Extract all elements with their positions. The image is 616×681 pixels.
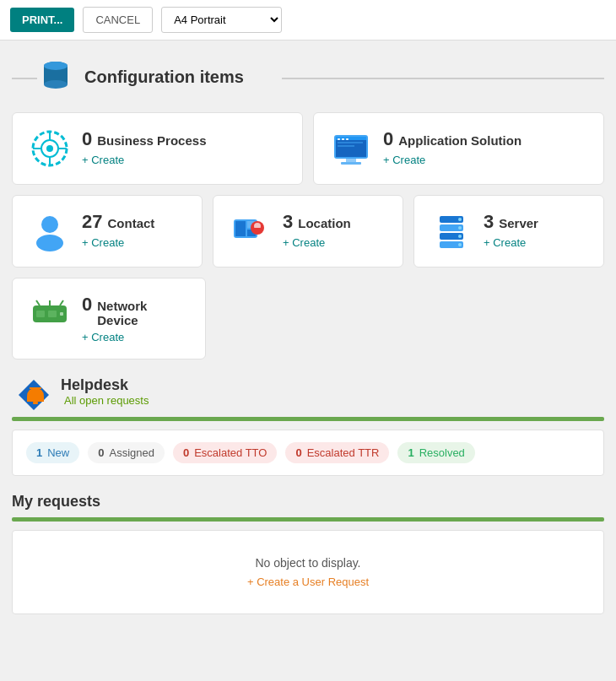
svg-rect-14 xyxy=(338,138,340,140)
my-requests-title: My requests xyxy=(12,493,604,511)
pill-escalated-ttr[interactable]: 0 Escalated TTR xyxy=(285,442,389,463)
resolved-count: 1 xyxy=(408,446,413,459)
assigned-label: Assigned xyxy=(109,446,154,459)
escalated-tto-label: Escalated TTO xyxy=(194,446,267,459)
pill-new[interactable]: 1 New xyxy=(26,442,79,463)
svg-rect-24 xyxy=(235,221,246,236)
svg-rect-17 xyxy=(338,142,363,143)
format-select[interactable]: A4 Portrait A4 Landscape Letter Portrait… xyxy=(161,7,282,33)
svg-point-35 xyxy=(458,226,462,230)
helpdesk-section: i Helpdesk All open requests 1 New xyxy=(12,376,604,476)
card-network-device-info: 0 Network Device + Create xyxy=(82,294,188,343)
escalated-tto-count: 0 xyxy=(183,446,189,459)
no-object-text: No object to display. xyxy=(38,556,578,570)
pill-escalated-tto[interactable]: 0 Escalated TTO xyxy=(173,442,277,463)
svg-rect-18 xyxy=(338,145,354,147)
svg-rect-19 xyxy=(346,159,356,162)
svg-rect-20 xyxy=(341,162,361,165)
server-label: Server xyxy=(499,216,538,230)
my-requests-section: My requests No object to display. + Crea… xyxy=(12,493,604,614)
card-location: 3 Location + Create xyxy=(213,195,403,268)
resolved-label: Resolved xyxy=(419,446,465,459)
svg-rect-13 xyxy=(336,137,366,140)
svg-rect-43 xyxy=(48,311,57,317)
helpdesk-green-bar xyxy=(12,417,604,421)
application-solution-icon xyxy=(331,128,371,169)
config-items-header: Configuration items xyxy=(12,57,604,97)
svg-point-34 xyxy=(458,218,462,221)
server-icon xyxy=(431,211,472,251)
contact-label: Contact xyxy=(107,216,154,230)
new-label: New xyxy=(47,446,69,459)
cards-row-2: 27 Contact + Create xyxy=(12,195,604,268)
contact-count: 27 xyxy=(82,211,102,233)
no-object-box: No object to display. + Create a User Re… xyxy=(12,530,604,614)
toolbar: PRINT... CANCEL A4 Portrait A4 Landscape… xyxy=(0,0,616,41)
application-solution-label: Application Solution xyxy=(398,133,521,148)
db-icon xyxy=(37,57,74,97)
network-device-label: Network Device xyxy=(97,299,188,327)
card-contact: 27 Contact + Create xyxy=(12,195,203,268)
server-count: 3 xyxy=(484,211,494,233)
card-network-device: 0 Network Device + Create xyxy=(12,278,206,359)
svg-rect-42 xyxy=(36,311,45,317)
card-application-solution-info: 0 Application Solution + Create xyxy=(383,128,521,166)
svg-rect-44 xyxy=(60,312,63,316)
main-content: Configuration items 0 Business Proc xyxy=(0,41,616,631)
cancel-button[interactable]: CANCEL xyxy=(83,7,153,33)
business-process-label: Business Process xyxy=(97,133,206,148)
pill-assigned[interactable]: 0 Assigned xyxy=(88,442,165,463)
svg-point-21 xyxy=(41,216,58,233)
helpdesk-header: i Helpdesk All open requests xyxy=(12,376,604,413)
contact-create[interactable]: + Create xyxy=(82,236,154,249)
svg-rect-16 xyxy=(346,138,349,140)
network-device-create[interactable]: + Create xyxy=(82,331,188,343)
create-user-request-link[interactable]: + Create a User Request xyxy=(247,576,369,588)
server-create[interactable]: + Create xyxy=(484,236,538,249)
card-location-info: 3 Location + Create xyxy=(283,211,351,249)
my-requests-green-bar xyxy=(12,517,604,522)
config-items-title: Configuration items xyxy=(84,68,244,87)
pill-resolved[interactable]: 1 Resolved xyxy=(397,442,474,463)
helpdesk-title: Helpdesk xyxy=(61,376,152,394)
escalated-ttr-label: Escalated TTR xyxy=(307,446,380,459)
card-contact-info: 27 Contact + Create xyxy=(82,211,154,249)
network-device-icon xyxy=(30,294,70,334)
card-business-process: 0 Business Process + Create xyxy=(12,112,303,185)
svg-line-41 xyxy=(60,300,63,305)
application-solution-create[interactable]: + Create xyxy=(383,154,521,166)
card-business-process-info: 0 Business Process + Create xyxy=(82,128,207,166)
location-count: 3 xyxy=(283,211,293,233)
svg-point-37 xyxy=(458,243,462,246)
svg-point-36 xyxy=(458,235,462,238)
svg-rect-47 xyxy=(33,402,38,404)
svg-rect-15 xyxy=(342,138,344,140)
business-process-icon xyxy=(30,128,70,169)
card-application-solution: 0 Application Solution + Create xyxy=(313,112,604,185)
helpdesk-icon: i xyxy=(15,376,52,413)
svg-point-10 xyxy=(46,145,53,152)
contact-icon xyxy=(30,211,70,251)
cards-row-1: 0 Business Process + Create xyxy=(12,112,604,185)
assigned-count: 0 xyxy=(98,446,104,459)
helpdesk-subtitle: All open requests xyxy=(61,394,152,407)
svg-point-2 xyxy=(44,80,68,89)
card-server-info: 3 Server + Create xyxy=(484,211,538,249)
escalated-ttr-count: 0 xyxy=(295,446,301,459)
cards-row-3: 0 Network Device + Create xyxy=(12,278,604,359)
svg-point-3 xyxy=(44,62,68,70)
status-pills: 1 New 0 Assigned 0 Escalated TTO 0 Escal… xyxy=(12,430,604,476)
new-count: 1 xyxy=(36,446,42,459)
location-create[interactable]: + Create xyxy=(283,236,351,249)
business-process-create[interactable]: + Create xyxy=(82,154,207,166)
card-server: 3 Server + Create xyxy=(413,195,604,268)
svg-point-22 xyxy=(36,235,63,251)
location-icon xyxy=(230,211,271,251)
location-label: Location xyxy=(298,216,351,230)
business-process-count: 0 xyxy=(82,128,92,150)
print-button[interactable]: PRINT... xyxy=(10,8,74,32)
network-device-count: 0 xyxy=(82,294,92,316)
svg-line-39 xyxy=(36,300,40,305)
application-solution-count: 0 xyxy=(383,128,393,150)
